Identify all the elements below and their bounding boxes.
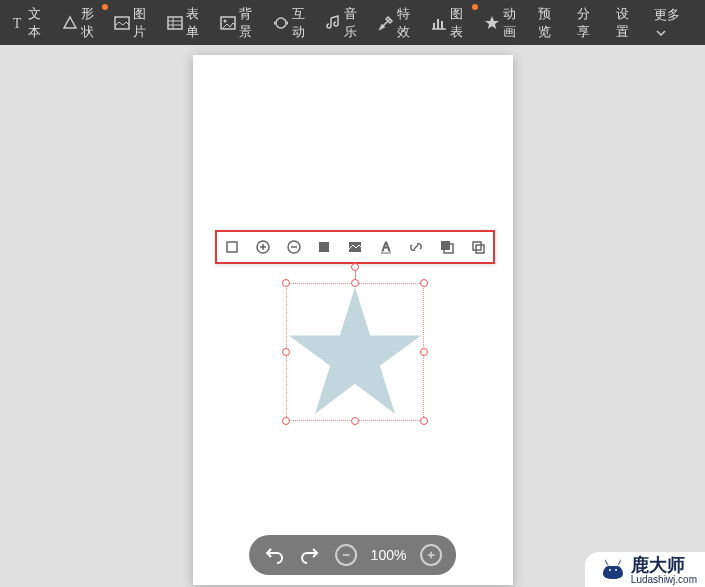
undo-button[interactable] (263, 544, 285, 566)
tool-interaction[interactable]: 互动 (270, 2, 319, 44)
tool-shape[interactable]: 形状 (59, 2, 108, 44)
tool-chart-label: 图表 (450, 5, 474, 41)
copy-button[interactable] (468, 237, 488, 257)
tool-shape-label: 形状 (81, 5, 105, 41)
tool-text[interactable]: T 文本 (6, 2, 55, 44)
image-button[interactable] (345, 237, 365, 257)
text-style-button[interactable]: A (376, 237, 396, 257)
tool-animation[interactable]: 动画 (481, 2, 530, 44)
selected-shape[interactable] (286, 283, 424, 421)
tool-form-label: 表单 (186, 5, 210, 41)
svg-marker-28 (289, 287, 421, 414)
music-icon (325, 15, 341, 31)
svg-rect-20 (319, 242, 329, 252)
svg-rect-27 (476, 245, 484, 253)
tool-fx-label: 特效 (397, 5, 421, 41)
top-toolbar: T 文本 形状 图片 表单 背景 互动 音乐 (0, 0, 705, 45)
resize-handle-s[interactable] (351, 417, 359, 425)
svg-point-32 (609, 569, 611, 571)
zoom-in-button[interactable] (253, 237, 273, 257)
shape-icon (62, 15, 78, 31)
settings-button[interactable]: 设置 (611, 2, 646, 44)
svg-point-8 (223, 19, 226, 22)
crop-button[interactable] (222, 237, 242, 257)
resize-handle-n[interactable] (351, 279, 359, 287)
tool-chart[interactable]: 图表 (428, 2, 477, 44)
link-button[interactable] (406, 237, 426, 257)
bg-icon (220, 15, 236, 31)
tool-music[interactable]: 音乐 (322, 2, 371, 44)
form-icon (167, 15, 183, 31)
layer-button[interactable] (437, 237, 457, 257)
rotation-handle[interactable] (351, 263, 359, 271)
resize-handle-nw[interactable] (282, 279, 290, 287)
inter-icon (273, 15, 289, 31)
tool-image[interactable]: 图片 (111, 2, 160, 44)
svg-rect-24 (441, 241, 450, 250)
anim-icon (484, 15, 500, 31)
svg-rect-26 (473, 242, 481, 250)
resize-handle-ne[interactable] (420, 279, 428, 287)
more-button[interactable]: 更多 (649, 3, 699, 42)
image-icon (114, 15, 130, 31)
deer-icon (599, 557, 627, 585)
tool-anim-label: 动画 (503, 5, 527, 41)
watermark-title: 鹿大师 (631, 556, 685, 574)
preview-button[interactable]: 预览 (533, 2, 568, 44)
resize-handle-e[interactable] (420, 348, 428, 356)
tool-inter-label: 互动 (292, 5, 316, 41)
redo-button[interactable] (299, 544, 321, 566)
svg-text:T: T (13, 16, 22, 31)
resize-handle-sw[interactable] (282, 417, 290, 425)
tool-form[interactable]: 表单 (164, 2, 213, 44)
star-shape[interactable] (286, 283, 424, 421)
notification-dot (102, 4, 108, 10)
svg-rect-3 (168, 17, 182, 29)
svg-marker-1 (64, 17, 76, 28)
chart-icon (431, 15, 447, 31)
tool-image-label: 图片 (133, 5, 157, 41)
resize-handle-se[interactable] (420, 417, 428, 425)
zoom-out-button[interactable] (284, 237, 304, 257)
zoom-out-button[interactable] (335, 544, 357, 566)
fx-icon (378, 15, 394, 31)
svg-rect-14 (227, 242, 237, 252)
tool-text-label: 文本 (28, 5, 52, 41)
watermark-url: Ludashiwj.com (631, 574, 697, 585)
svg-text:A: A (382, 240, 390, 254)
tool-effects[interactable]: 特效 (375, 2, 424, 44)
chevron-down-icon (656, 24, 666, 39)
context-toolbar: A (215, 230, 495, 264)
zoom-level: 100% (371, 547, 407, 563)
svg-point-33 (615, 569, 617, 571)
notification-dot (472, 4, 478, 10)
watermark: 鹿大师 Ludashiwj.com (585, 552, 705, 587)
canvas-area: A (0, 45, 705, 587)
text-icon: T (9, 15, 25, 31)
tool-bg-label: 背景 (239, 5, 263, 41)
tool-music-label: 音乐 (344, 5, 368, 41)
zoom-in-button[interactable] (420, 544, 442, 566)
resize-handle-w[interactable] (282, 348, 290, 356)
zoom-toolbar: 100% (249, 535, 457, 575)
share-button[interactable]: 分享 (572, 2, 607, 44)
tool-background[interactable]: 背景 (217, 2, 266, 44)
svg-marker-13 (485, 16, 499, 29)
fill-button[interactable] (314, 237, 334, 257)
